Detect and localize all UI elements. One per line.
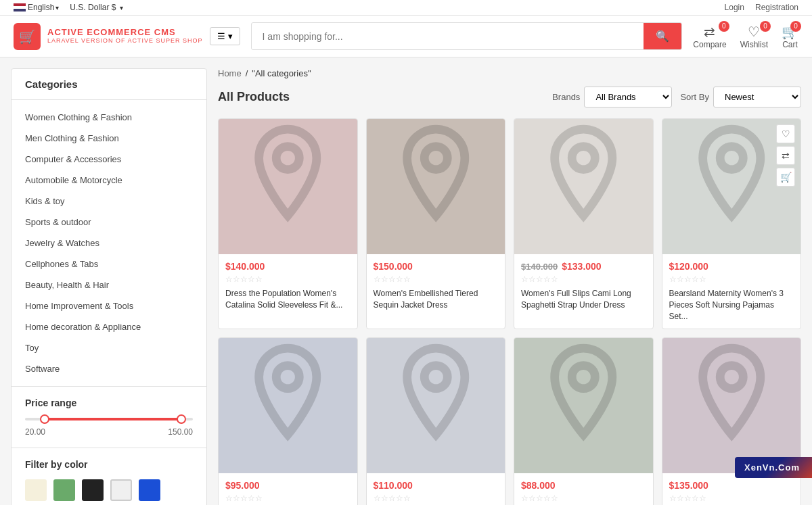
sidebar-category-item[interactable]: Kids & toy: [12, 191, 206, 212]
price-min-label: 20.00: [25, 427, 45, 437]
products-title: All Products: [218, 90, 290, 104]
product-actions: ♡ ⇄ 🛒: [776, 124, 795, 187]
price-range-bar: [25, 418, 193, 420]
brands-filter-group: Brands All Brands: [552, 87, 672, 107]
sidebar-category-item[interactable]: Toy: [12, 337, 206, 358]
product-rating: ☆☆☆☆☆: [374, 274, 499, 284]
cart-label: Cart: [782, 40, 798, 49]
svg-point-2: [572, 146, 595, 169]
cart-action[interactable]: 🛒 0 Cart: [782, 24, 798, 49]
menu-button[interactable]: ☰ ▾: [210, 27, 240, 45]
product-image: [514, 119, 653, 254]
sidebar-category-item[interactable]: Cellphones & Tabs: [12, 254, 206, 274]
product-rating: ☆☆☆☆☆: [374, 494, 499, 503]
products-area: Home / "All categories" All Products Bra…: [218, 68, 801, 505]
product-info: $95.000 ☆☆☆☆☆ Women's Casual Spaghetti S…: [219, 473, 357, 505]
product-card: $88.000 ☆☆☆☆☆ Women's Camo Print Athleti…: [514, 337, 654, 505]
compare-action[interactable]: ⇄ 0 Compare: [693, 24, 726, 49]
product-info: $140.000 ☆☆☆☆☆ Dress the Population Wome…: [219, 254, 357, 318]
product-rating: ☆☆☆☆☆: [669, 494, 794, 503]
compare-btn[interactable]: ⇄: [776, 146, 795, 165]
sortby-select[interactable]: Newest: [713, 87, 801, 107]
wishlist-action[interactable]: ♡ 0 Wishlist: [740, 24, 768, 49]
product-grid: $140.000 ☆☆☆☆☆ Dress the Population Wome…: [218, 118, 801, 505]
header: 🛒 ACTIVE ECOMMERCE CMS LARAVEL VERSION O…: [0, 16, 812, 57]
search-input[interactable]: [252, 24, 644, 49]
product-image: [219, 338, 357, 473]
product-image: [367, 119, 505, 254]
price-max-label: 150.00: [168, 427, 193, 437]
wishlist-badge: 0: [760, 21, 771, 32]
cart-btn[interactable]: 🛒: [776, 168, 795, 187]
product-rating: ☆☆☆☆☆: [521, 494, 646, 503]
sidebar: Categories Women Clothing & FashionMen C…: [11, 68, 207, 505]
main-container: Categories Women Clothing & FashionMen C…: [0, 57, 812, 505]
watermark: XenVn.Com: [735, 457, 812, 478]
product-price: $135.000: [669, 480, 794, 491]
compare-badge: 0: [719, 21, 729, 32]
price-range-section: Price range 20.00 150.00: [12, 386, 206, 448]
price-thumb-left[interactable]: [40, 414, 49, 424]
product-image: [662, 338, 801, 473]
color-swatch-black[interactable]: [82, 479, 104, 501]
color-swatches: [25, 479, 193, 501]
currency-label: U.S. Dollar $: [70, 3, 116, 12]
compare-icon: ⇄: [704, 24, 715, 40]
product-card: $140.000$133.000 ☆☆☆☆☆ Women's Full Slip…: [514, 118, 654, 329]
sidebar-category-item[interactable]: Sports & outdoor: [12, 212, 206, 233]
product-card: $150.000 ☆☆☆☆☆ Women's Embellished Tiere…: [366, 118, 506, 329]
product-info: $135.000 ☆☆☆☆☆ Women's Fashion Active Sp…: [662, 473, 801, 505]
color-swatch-green[interactable]: [53, 479, 75, 501]
language-arrow: ▾: [55, 4, 59, 11]
logo-icon: 🛒: [14, 23, 41, 50]
currency-selector[interactable]: U.S. Dollar $ ▾: [70, 3, 122, 12]
language-label: English: [28, 3, 54, 12]
price-thumb-right[interactable]: [177, 414, 186, 424]
product-rating: ☆☆☆☆☆: [669, 274, 794, 284]
sidebar-category-item[interactable]: Computer & Accessories: [12, 149, 206, 170]
color-filter-section: Filter by color: [12, 448, 206, 505]
category-list: Women Clothing & FashionMen Clothing & F…: [12, 100, 206, 386]
brands-select[interactable]: All Brands: [584, 87, 672, 107]
price-labels: 20.00 150.00: [25, 427, 193, 437]
product-rating: ☆☆☆☆☆: [225, 494, 351, 503]
breadcrumb-home[interactable]: Home: [218, 68, 242, 78]
language-selector[interactable]: English ▾: [14, 3, 59, 12]
color-swatch-beige[interactable]: [25, 479, 47, 501]
color-swatch-blue[interactable]: [139, 479, 160, 501]
sortby-label: Sort By: [680, 92, 709, 102]
svg-point-6: [572, 366, 595, 389]
search-button[interactable]: 🔍: [644, 23, 681, 49]
product-price: $110.000: [374, 480, 499, 491]
sidebar-category-item[interactable]: Jewelry & Watches: [12, 233, 206, 254]
login-link[interactable]: Login: [725, 3, 744, 12]
top-bar-left: English ▾ U.S. Dollar $ ▾: [14, 3, 123, 12]
sidebar-category-item[interactable]: Home Improvement & Tools: [12, 295, 206, 316]
sidebar-category-item[interactable]: Software: [12, 358, 206, 379]
wishlist-label: Wishlist: [740, 40, 768, 49]
product-info: $140.000$133.000 ☆☆☆☆☆ Women's Full Slip…: [514, 254, 653, 318]
sidebar-category-item[interactable]: Automobile & Motorcycle: [12, 170, 206, 191]
menu-arrow: ▾: [228, 31, 233, 41]
sidebar-category-item[interactable]: Women Clothing & Fashion: [12, 107, 206, 128]
product-rating: ☆☆☆☆☆: [521, 274, 646, 284]
price-range-title: Price range: [25, 398, 193, 408]
sidebar-title: Categories: [12, 69, 206, 100]
search-bar: 🔍: [251, 22, 683, 50]
currency-arrow: ▾: [120, 4, 123, 11]
logo-area: 🛒 ACTIVE ECOMMERCE CMS LARAVEL VERSION O…: [14, 23, 240, 50]
product-image: [219, 119, 357, 254]
wishlist-btn[interactable]: ♡: [776, 124, 795, 143]
logo-text: ACTIVE ECOMMERCE CMS LARAVEL VERSION OF …: [47, 28, 203, 44]
color-swatch-white[interactable]: [110, 479, 132, 501]
sidebar-category-item[interactable]: Home decoration & Appliance: [12, 316, 206, 337]
color-filter-title: Filter by color: [25, 459, 193, 470]
logo-title: ACTIVE ECOMMERCE CMS: [47, 28, 203, 37]
svg-point-1: [424, 146, 447, 169]
registration-link[interactable]: Registration: [755, 3, 798, 12]
sortby-filter-group: Sort By Newest: [680, 87, 801, 107]
sidebar-category-item[interactable]: Men Clothing & Fashion: [12, 128, 206, 149]
sidebar-category-item[interactable]: Beauty, Health & Hair: [12, 274, 206, 295]
product-info: $120.000 ☆☆☆☆☆ Bearsland Maternity Women…: [662, 254, 801, 329]
top-bar-right: Login Registration: [725, 3, 798, 12]
